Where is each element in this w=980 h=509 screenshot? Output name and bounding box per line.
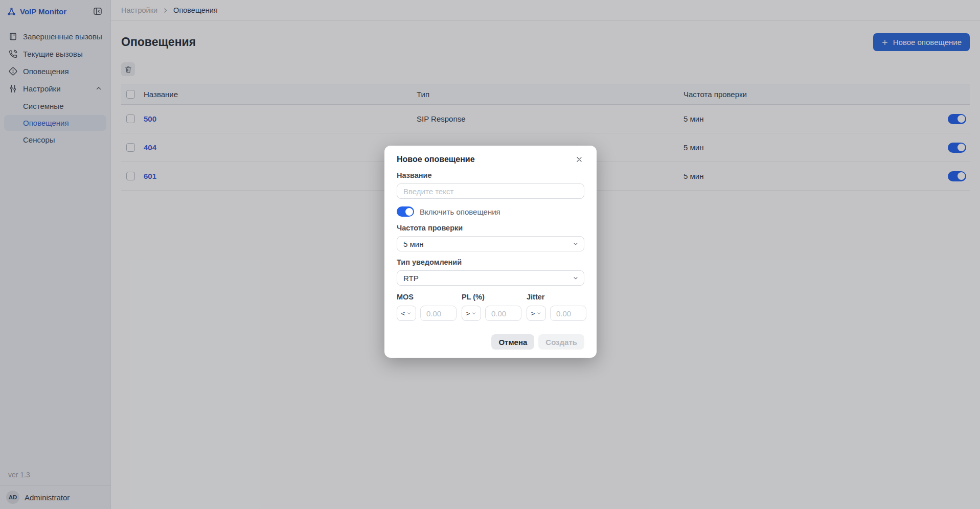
notification-type-select-value: RTP: [403, 274, 419, 283]
enable-alerts-toggle[interactable]: [397, 206, 414, 217]
enable-alerts-label: Включить оповещения: [420, 207, 500, 216]
metric-thresholds: MOS < PL (%) >: [397, 293, 584, 321]
pl-metric-group: PL (%) >: [462, 293, 521, 321]
mos-label: MOS: [397, 293, 457, 301]
new-alert-modal: Новое оповещение Название Включить опове…: [384, 146, 597, 358]
mos-metric-group: MOS <: [397, 293, 457, 321]
close-icon: [576, 156, 583, 163]
frequency-select[interactable]: 5 мин: [397, 236, 584, 251]
jitter-operator-value: >: [531, 310, 535, 317]
jitter-value-input[interactable]: [550, 306, 586, 321]
type-field-label: Тип уведомлений: [397, 258, 584, 266]
alert-name-input[interactable]: [397, 183, 584, 199]
notification-type-select[interactable]: RTP: [397, 270, 584, 286]
mos-operator-select[interactable]: <: [397, 306, 416, 321]
close-modal-button[interactable]: [574, 154, 584, 165]
frequency-field-label: Частота проверки: [397, 224, 584, 232]
chevron-down-icon: [573, 241, 579, 247]
mos-operator-value: <: [401, 310, 405, 317]
jitter-operator-select[interactable]: >: [527, 306, 546, 321]
pl-operator-select[interactable]: >: [462, 306, 481, 321]
modal-title: Новое оповещение: [397, 155, 475, 164]
app-window: VoIP Monitor Завершенные вызовы: [0, 0, 980, 509]
jitter-label: Jitter: [527, 293, 586, 301]
create-button[interactable]: Создать: [538, 334, 584, 350]
chevron-down-icon: [406, 311, 412, 316]
pl-label: PL (%): [462, 293, 521, 301]
chevron-down-icon: [573, 275, 579, 281]
jitter-metric-group: Jitter >: [527, 293, 586, 321]
cancel-button[interactable]: Отмена: [491, 334, 534, 350]
chevron-down-icon: [536, 311, 541, 316]
mos-value-input[interactable]: [420, 306, 457, 321]
chevron-down-icon: [471, 311, 476, 316]
name-field-label: Название: [397, 171, 584, 179]
frequency-select-value: 5 мин: [403, 240, 424, 248]
pl-value-input[interactable]: [485, 306, 521, 321]
pl-operator-value: >: [466, 310, 470, 317]
